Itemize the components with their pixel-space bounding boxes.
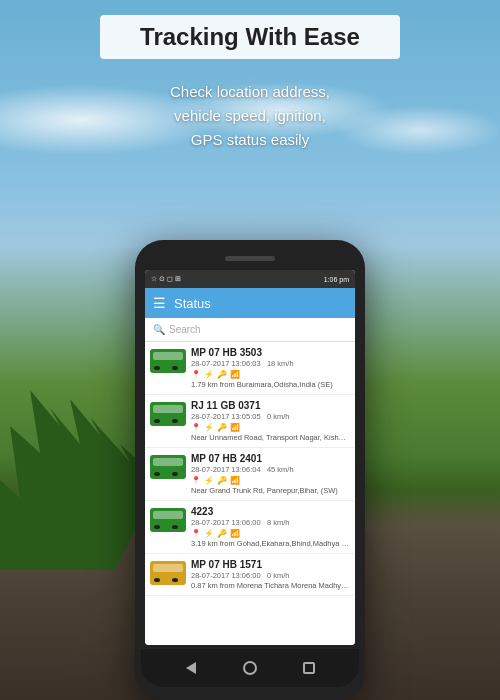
ignition-icon: 🔑 [217, 423, 227, 432]
phone: ☆ ⊙ ◻ ⊞ 1:06 pm ☰ Status 🔍 Search MP 07 … [135, 240, 365, 700]
vehicle-meta: 28-07-2017 13:05:05 0 km/h [191, 412, 350, 421]
gps-icon: 📶 [230, 476, 240, 485]
ignition-icon: 🔑 [217, 476, 227, 485]
phone-top-bar [141, 248, 359, 268]
home-icon [243, 661, 257, 675]
vehicle-meta: 28-07-2017 13:06:04 45 km/h [191, 465, 350, 474]
status-bar: ☆ ⊙ ◻ ⊞ 1:06 pm [145, 270, 355, 288]
vehicle-icons-row: 📍 ⚡ 🔑 📶 [191, 529, 350, 538]
bus-icon [150, 508, 186, 532]
vehicle-plate: MP 07 HB 2401 [191, 453, 350, 464]
ignition-icon: 🔑 [217, 370, 227, 379]
list-item[interactable]: MP 07 HB 3503 28-07-2017 13:06:03 18 km/… [145, 342, 355, 395]
back-button[interactable] [183, 660, 199, 676]
search-bar[interactable]: 🔍 Search [145, 318, 355, 342]
vehicle-icons-row: 📍 ⚡ 🔑 📶 [191, 370, 350, 379]
vehicle-info: 4223 28-07-2017 13:06:00 8 km/h 📍 ⚡ 🔑 📶 … [191, 506, 350, 548]
vehicle-meta: 28-07-2017 13:06:00 8 km/h [191, 518, 350, 527]
list-item[interactable]: RJ 11 GB 0371 28-07-2017 13:05:05 0 km/h… [145, 395, 355, 448]
header-title: Tracking With Ease [140, 23, 360, 50]
vehicle-meta: 28-07-2017 13:06:03 18 km/h [191, 359, 350, 368]
app-header: ☰ Status [145, 288, 355, 318]
vehicle-plate: MP 07 HB 1571 [191, 559, 350, 570]
vehicle-meta: 28-07-2017 13:06:00 0 km/h [191, 571, 350, 580]
gps-icon: 📶 [230, 423, 240, 432]
vehicle-icons-row: 📍 ⚡ 🔑 📶 [191, 476, 350, 485]
vehicle-location: 0.87 km from Morena Tichara Morena Madhy… [191, 581, 350, 590]
list-item[interactable]: MP 07 HB 1571 28-07-2017 13:06:00 0 km/h… [145, 554, 355, 596]
phone-speaker [225, 256, 275, 261]
speed-icon: ⚡ [204, 370, 214, 379]
subtitle: Check location address, vehicle speed, i… [110, 80, 390, 152]
gps-icon: 📶 [230, 529, 240, 538]
home-button[interactable] [242, 660, 258, 676]
recents-icon [303, 662, 315, 674]
subtitle-line1: Check location address, [170, 83, 330, 100]
subtitle-line2: vehicle speed, ignition, [174, 107, 326, 124]
location-icon: 📍 [191, 476, 201, 485]
speed-icon: ⚡ [204, 529, 214, 538]
vehicle-icons-row: 📍 ⚡ 🔑 📶 [191, 423, 350, 432]
speed-icon: ⚡ [204, 423, 214, 432]
vehicle-plate: 4223 [191, 506, 350, 517]
back-icon [186, 662, 196, 674]
hamburger-icon[interactable]: ☰ [153, 295, 166, 311]
bus-icon [150, 455, 186, 479]
recents-button[interactable] [301, 660, 317, 676]
status-time: 1:06 pm [324, 276, 349, 283]
ignition-icon: 🔑 [217, 529, 227, 538]
status-icons-left: ☆ ⊙ ◻ ⊞ [151, 275, 181, 283]
vehicle-list: MP 07 HB 3503 28-07-2017 13:06:03 18 km/… [145, 342, 355, 645]
app-header-title: Status [174, 296, 211, 311]
header-banner: Tracking With Ease [100, 15, 400, 59]
location-icon: 📍 [191, 423, 201, 432]
search-placeholder: Search [169, 324, 201, 335]
list-item[interactable]: 4223 28-07-2017 13:06:00 8 km/h 📍 ⚡ 🔑 📶 … [145, 501, 355, 554]
bus-icon [150, 349, 186, 373]
search-icon: 🔍 [153, 324, 165, 335]
bus-icon [150, 561, 186, 585]
bus-icon [150, 402, 186, 426]
location-icon: 📍 [191, 370, 201, 379]
gps-icon: 📶 [230, 370, 240, 379]
vehicle-location: Near Unnamed Road, Transport Nagar, Kish… [191, 433, 350, 442]
vehicle-info: MP 07 HB 3503 28-07-2017 13:06:03 18 km/… [191, 347, 350, 389]
list-item[interactable]: MP 07 HB 2401 28-07-2017 13:06:04 45 km/… [145, 448, 355, 501]
vehicle-plate: RJ 11 GB 0371 [191, 400, 350, 411]
vehicle-location: 3.19 km from Gohad,Ekahara,Bhind,Madhya … [191, 539, 350, 548]
vehicle-info: RJ 11 GB 0371 28-07-2017 13:05:05 0 km/h… [191, 400, 350, 442]
vehicle-location: 1.79 km from Buraimara,Odisha,India (SE) [191, 380, 350, 389]
vehicle-info: MP 07 HB 1571 28-07-2017 13:06:00 0 km/h… [191, 559, 350, 590]
location-icon: 📍 [191, 529, 201, 538]
speed-icon: ⚡ [204, 476, 214, 485]
vehicle-plate: MP 07 HB 3503 [191, 347, 350, 358]
phone-screen: ☆ ⊙ ◻ ⊞ 1:06 pm ☰ Status 🔍 Search MP 07 … [145, 270, 355, 645]
vehicle-info: MP 07 HB 2401 28-07-2017 13:06:04 45 km/… [191, 453, 350, 495]
phone-bottom-nav [141, 649, 359, 687]
subtitle-line3: GPS status easily [191, 131, 309, 148]
vehicle-location: Near Grand Trunk Rd, Panrepur,Bihar, (SW… [191, 486, 350, 495]
